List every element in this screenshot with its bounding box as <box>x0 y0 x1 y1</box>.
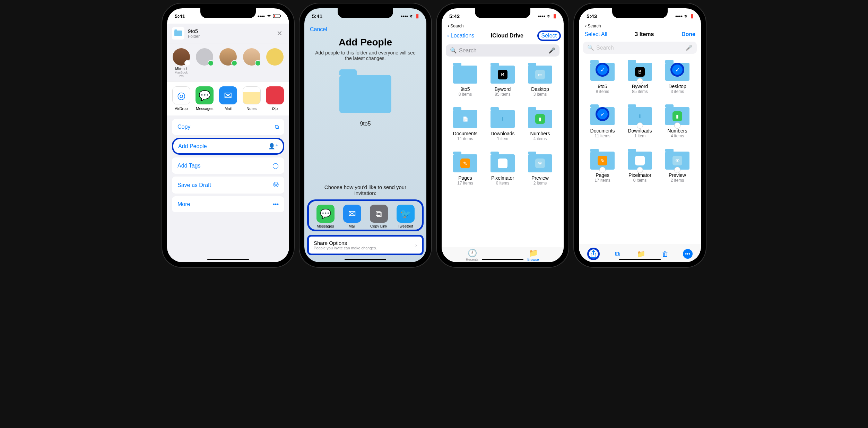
folder-count: 1 item <box>634 134 646 138</box>
home-indicator[interactable] <box>345 259 386 260</box>
select-all-button[interactable]: Select All <box>584 31 607 37</box>
action-add-tags[interactable]: Add Tags◯ <box>172 157 284 174</box>
folder-item[interactable]: ▮Numbers4 items <box>660 107 695 138</box>
chevron-right-icon: › <box>415 242 417 248</box>
contact-item[interactable] <box>266 48 284 78</box>
app-messages[interactable]: 💬Messages <box>196 86 214 111</box>
folder-item[interactable]: ✓9to58 items <box>585 63 620 94</box>
folder-count: 85 items <box>632 89 648 94</box>
folder-icon: ▮ <box>528 110 552 128</box>
unselected-circle-icon <box>637 78 643 84</box>
folder-name: Downloads <box>628 128 652 134</box>
folder-name: 9to5 <box>460 86 470 92</box>
invite-apps-highlighted: 💬Messages ✉Mail ⧉Copy Link 🐦Tweetbot <box>307 199 424 231</box>
share-options-row[interactable]: Share Options People you invite can make… <box>307 235 424 255</box>
app-mail[interactable]: ✉Mail <box>219 86 237 111</box>
folder-item[interactable]: BByword85 items <box>623 63 657 94</box>
folder-name: Documents <box>590 128 615 134</box>
app-notes[interactable]: Notes <box>242 86 261 111</box>
folder-item[interactable]: 📄Documents11 items <box>448 110 483 141</box>
folder-name: Desktop <box>531 86 549 92</box>
nav-title: iCloud Drive <box>491 33 523 39</box>
home-indicator[interactable] <box>619 259 661 260</box>
invite-copy-link[interactable]: ⧉Copy Link <box>370 205 388 228</box>
app-airdrop[interactable]: ◎AirDrop <box>172 86 191 111</box>
folder-item[interactable]: 🖌Pixelmator0 items <box>623 152 657 183</box>
folder-name: Pixelmator <box>491 175 514 181</box>
more-icon: ••• <box>273 201 279 207</box>
home-indicator[interactable] <box>482 259 523 260</box>
folder-icon: B <box>491 66 515 84</box>
share-button[interactable] <box>587 248 600 260</box>
files-grid: ✓9to58 itemsBByword85 items✓▭Desktop3 it… <box>579 56 701 190</box>
invite-tweetbot[interactable]: 🐦Tweetbot <box>397 205 415 228</box>
home-indicator[interactable] <box>207 259 249 260</box>
app-other[interactable]: iXp <box>266 86 284 111</box>
action-save-draft[interactable]: Save as DraftⓌ <box>172 177 284 194</box>
folder-item[interactable]: ⬇Downloads1 item <box>485 110 520 141</box>
folder-item[interactable]: 👁Preview2 items <box>523 154 557 186</box>
invite-mail[interactable]: ✉Mail <box>343 205 361 228</box>
back-locations[interactable]: ‹ Locations <box>447 33 474 39</box>
folder-icon: 👁 <box>528 154 552 172</box>
status-time: 5:42 <box>449 13 460 19</box>
action-add-people[interactable]: Add People👤⁺ <box>172 138 284 155</box>
back-to-search[interactable]: Search <box>442 24 564 29</box>
folder-item[interactable]: ⬇Downloads1 item <box>623 107 657 138</box>
notch <box>200 8 256 18</box>
folder-item[interactable]: BByword85 items <box>485 66 520 97</box>
folder-item[interactable]: ▭Desktop3 items <box>523 66 557 97</box>
done-button[interactable]: Done <box>682 31 695 37</box>
action-more[interactable]: More••• <box>172 196 284 212</box>
folder-name: Numbers <box>530 131 550 136</box>
checkmark-icon: ✓ <box>670 63 684 77</box>
action-copy[interactable]: Copy⧉ <box>172 119 284 135</box>
folder-icon: 📄 <box>453 110 477 128</box>
folder-name: Documents <box>453 131 478 136</box>
folder-item[interactable]: 🖌Pixelmator0 items <box>485 154 520 186</box>
cancel-button[interactable]: Cancel <box>304 24 426 35</box>
folder-item[interactable]: ✓📄Documents11 items <box>585 107 620 138</box>
contact-item[interactable] <box>219 48 237 78</box>
folder-name: Desktop <box>668 84 686 89</box>
folder-count: 8 items <box>596 89 609 94</box>
folder-icon: ▭ <box>528 66 552 84</box>
mic-icon[interactable]: 🎤 <box>548 47 555 54</box>
phone-frame-1: 5:41 •••• 9to5 Folder ✕ <box>162 3 294 267</box>
folder-icon: 📁 <box>529 249 538 257</box>
folder-icon: ⬇ <box>491 110 515 128</box>
folder-item[interactable]: ✎Pages17 items <box>448 154 483 186</box>
select-button[interactable]: Select <box>537 31 561 41</box>
folder-count: 3 items <box>671 89 684 94</box>
search-input: 🔍 Search 🎤 <box>583 42 697 54</box>
move-button[interactable]: 📁 <box>635 248 648 260</box>
duplicate-button[interactable]: ⧉ <box>611 248 624 260</box>
unselected-circle-icon <box>599 167 606 173</box>
more-button[interactable]: ••• <box>683 249 693 259</box>
delete-button[interactable]: 🗑 <box>659 248 671 260</box>
folder-item[interactable]: 👁Preview2 items <box>660 152 695 183</box>
svg-rect-1 <box>274 15 275 17</box>
folder-name: Byword <box>632 84 648 89</box>
contact-item[interactable] <box>196 48 214 78</box>
share-item-subtitle: Folder <box>188 34 200 39</box>
contact-michael[interactable]: Michael MacBook Pro <box>172 48 191 78</box>
status-time: 5:41 <box>312 13 322 19</box>
back-to-search[interactable]: Search <box>579 24 701 29</box>
folder-name: Byword <box>495 86 511 92</box>
folder-count: 11 items <box>457 136 473 141</box>
wifi-icon: ᯤ <box>547 13 552 19</box>
phone-frame-3: 5:42 ••••ᯤ▮ Search ‹ Locations iCloud Dr… <box>437 3 568 267</box>
folder-item[interactable]: ✎Pages17 items <box>585 152 620 183</box>
phone-frame-2: 5:41 ••••ᯤ▮ Cancel Add People Add people… <box>300 3 431 267</box>
folder-item[interactable]: ✓▭Desktop3 items <box>660 63 695 94</box>
invite-messages[interactable]: 💬Messages <box>316 205 335 228</box>
folder-count: 3 items <box>533 92 547 97</box>
close-icon[interactable]: ✕ <box>275 29 284 37</box>
folder-item[interactable]: 9to58 items <box>448 66 483 97</box>
folder-item[interactable]: ▮Numbers4 items <box>523 110 557 141</box>
contact-item[interactable] <box>242 48 261 78</box>
nav-title: 3 Items <box>635 31 654 37</box>
search-input[interactable]: 🔍 Search 🎤 <box>446 44 559 57</box>
folder-name: 9to5 <box>598 84 607 89</box>
